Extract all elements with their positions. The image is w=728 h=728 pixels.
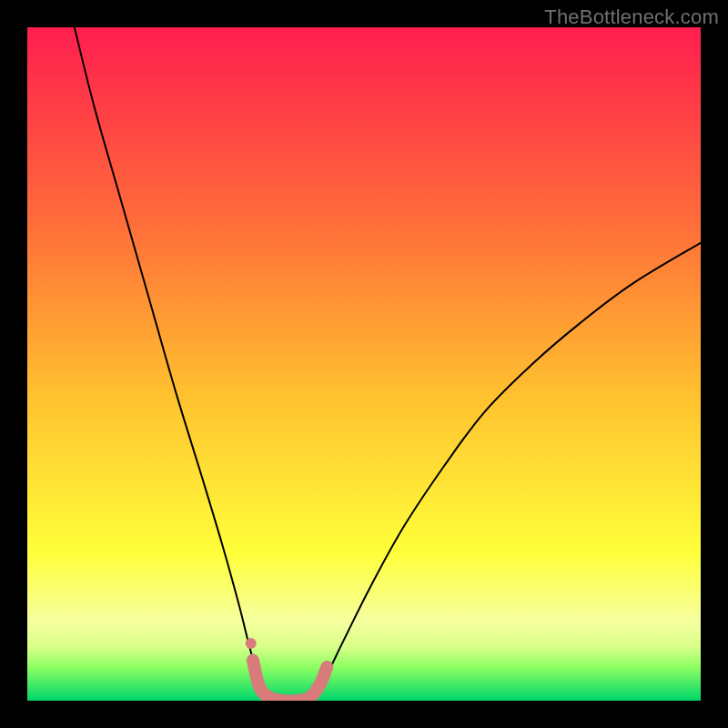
watermark-text: TheBottleneck.com	[544, 5, 719, 29]
bottleneck-chart	[27, 27, 701, 701]
highlight-dot	[246, 638, 257, 649]
chart-frame	[27, 27, 701, 701]
